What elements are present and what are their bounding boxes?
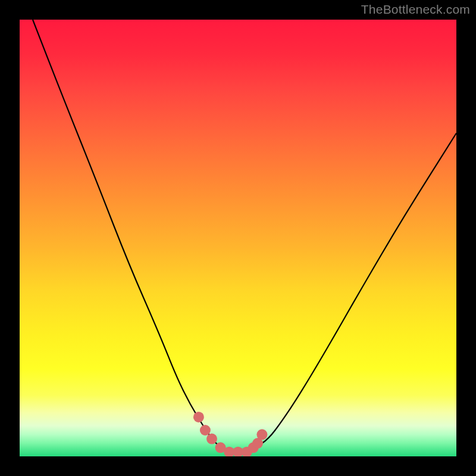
chart-svg bbox=[20, 20, 456, 456]
highlight-dot bbox=[200, 425, 211, 436]
chart-frame: TheBottleneck.com bbox=[0, 0, 476, 476]
highlight-dot bbox=[256, 429, 267, 440]
highlight-dots-group bbox=[193, 412, 268, 456]
highlight-dot bbox=[193, 412, 204, 422]
highlight-dot bbox=[206, 434, 217, 444]
watermark-text: TheBottleneck.com bbox=[361, 2, 470, 17]
curve-path bbox=[33, 20, 456, 452]
plot-area bbox=[20, 20, 456, 456]
